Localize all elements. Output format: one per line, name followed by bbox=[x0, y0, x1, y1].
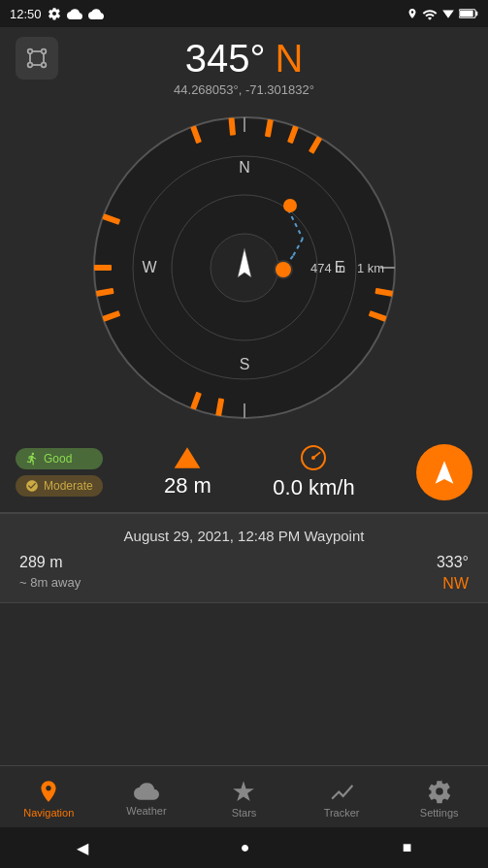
gps-moderate-label: Moderate bbox=[44, 479, 93, 493]
settings-icon bbox=[48, 7, 61, 20]
waypoint-away: ~ 8m away bbox=[19, 575, 81, 590]
compass-svg: N E S W 474 m 1 km bbox=[89, 113, 400, 423]
back-button[interactable]: ◀ bbox=[77, 839, 88, 857]
altitude-stat: 28 m bbox=[164, 446, 211, 498]
svg-rect-28 bbox=[94, 265, 112, 271]
nav-item-tracker[interactable]: Tracker bbox=[293, 779, 391, 819]
gps-good-label: Good bbox=[44, 452, 72, 466]
nav-item-navigation[interactable]: Navigation bbox=[0, 779, 98, 819]
svg-point-40 bbox=[283, 199, 297, 212]
svg-text:474 m: 474 m bbox=[310, 261, 345, 275]
heading-row: 345° N bbox=[185, 37, 304, 80]
svg-point-6 bbox=[28, 63, 33, 68]
nav-weather-label: Weather bbox=[126, 805, 166, 817]
time: 12:50 bbox=[10, 7, 42, 21]
svg-text:1 km: 1 km bbox=[357, 261, 384, 275]
waypoint-details: 289 m ~ 8m away 333° NW bbox=[19, 554, 469, 593]
wifi-icon bbox=[441, 8, 455, 19]
battery-icon bbox=[459, 8, 478, 19]
nav-item-weather[interactable]: Weather bbox=[98, 781, 196, 817]
nav-navigation-icon bbox=[36, 779, 61, 804]
divider-2 bbox=[0, 602, 488, 603]
speed-value: 0.0 km/h bbox=[273, 475, 354, 500]
altitude-icon bbox=[172, 446, 203, 469]
person-walking-icon bbox=[25, 452, 39, 466]
svg-point-5 bbox=[42, 49, 47, 54]
home-button[interactable]: ● bbox=[241, 839, 250, 856]
nav-weather-icon bbox=[134, 781, 159, 802]
waypoint-section: August 29, 2021, 12:48 PM Waypoint 289 m… bbox=[0, 513, 488, 602]
coordinates: 44.268053°, -71.301832° bbox=[174, 82, 314, 97]
compass-settings-icon[interactable] bbox=[16, 37, 58, 80]
waypoint-direction: NW bbox=[442, 575, 469, 593]
nav-navigation-label: Navigation bbox=[23, 807, 74, 819]
heading-degrees: 345° bbox=[185, 37, 266, 80]
speed-icon bbox=[298, 444, 329, 471]
altitude-value: 28 m bbox=[164, 473, 211, 498]
svg-text:N: N bbox=[239, 159, 250, 176]
signal-icon bbox=[422, 7, 438, 20]
stats-row: Good Moderate 28 m 0.0 km/h bbox=[0, 433, 488, 512]
nav-tracker-label: Tracker bbox=[324, 807, 360, 819]
route-icon bbox=[23, 45, 50, 72]
speed-stat: 0.0 km/h bbox=[273, 444, 354, 500]
location-icon bbox=[407, 6, 418, 21]
svg-rect-2 bbox=[460, 11, 473, 16]
nav-settings-label: Settings bbox=[420, 807, 459, 819]
navigate-button[interactable] bbox=[416, 444, 472, 500]
nav-tracker-icon bbox=[329, 779, 354, 804]
bottom-nav: Navigation Weather Stars Tracker Setting… bbox=[0, 765, 488, 827]
svg-marker-45 bbox=[175, 447, 201, 467]
nav-settings-icon bbox=[427, 779, 452, 804]
gps-good-badge: Good bbox=[16, 448, 103, 469]
svg-marker-0 bbox=[442, 11, 454, 18]
svg-point-7 bbox=[42, 63, 47, 68]
svg-point-47 bbox=[311, 456, 315, 460]
heading-direction: N bbox=[275, 37, 303, 80]
gps-moderate-badge: Moderate bbox=[16, 475, 103, 497]
nav-item-settings[interactable]: Settings bbox=[390, 779, 488, 819]
navigate-icon bbox=[431, 459, 458, 486]
svg-point-41 bbox=[275, 261, 292, 278]
status-bar: 12:50 bbox=[0, 0, 488, 27]
gauge-icon bbox=[25, 479, 39, 493]
waypoint-distance: 289 m bbox=[19, 554, 81, 571]
nav-item-stars[interactable]: Stars bbox=[195, 779, 293, 819]
waypoint-bearing: 333° bbox=[437, 554, 469, 571]
android-nav: ◀ ● ■ bbox=[0, 827, 488, 868]
waypoint-title: August 29, 2021, 12:48 PM Waypoint bbox=[19, 528, 469, 544]
svg-text:S: S bbox=[239, 356, 249, 372]
svg-rect-3 bbox=[475, 12, 477, 16]
status-left: 12:50 bbox=[10, 7, 104, 21]
status-right bbox=[407, 6, 478, 21]
header: 345° N 44.268053°, -71.301832° bbox=[0, 27, 488, 103]
waypoint-right: 333° NW bbox=[437, 554, 469, 593]
cloud-icon bbox=[67, 8, 82, 19]
nav-stars-icon bbox=[231, 779, 256, 804]
svg-point-4 bbox=[28, 49, 33, 54]
nav-stars-label: Stars bbox=[232, 807, 257, 819]
gps-badges: Good Moderate bbox=[16, 448, 103, 497]
cloud2-icon bbox=[88, 8, 104, 19]
waypoint-left: 289 m ~ 8m away bbox=[19, 554, 81, 590]
svg-marker-48 bbox=[436, 461, 454, 483]
compass-container: N E S W 474 m 1 km bbox=[0, 103, 488, 433]
recent-button[interactable]: ■ bbox=[403, 839, 412, 856]
svg-text:W: W bbox=[142, 259, 157, 275]
